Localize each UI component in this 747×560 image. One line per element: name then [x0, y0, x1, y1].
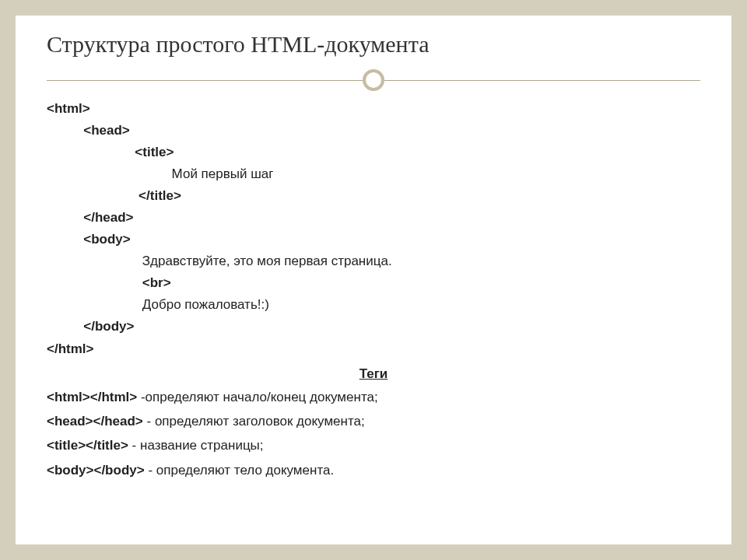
code-br-tag: <br> [142, 275, 171, 290]
tag-desc-html: <html></html> -определяют начало/конец д… [47, 385, 700, 409]
code-body-content2: Добро пожаловать!:) [142, 297, 269, 312]
code-title-open-tag: <title> [135, 145, 174, 159]
code-title-open: <title> [47, 142, 700, 163]
code-body-close: </body> [47, 316, 700, 338]
code-title-close-tag: </title> [139, 188, 181, 203]
code-head-open-tag: <head> [83, 123, 130, 138]
code-body-close-tag: </body> [83, 319, 134, 334]
slide-container: Структура простого HTML-документа <html>… [16, 16, 731, 544]
tag-body-tags: <body></body> [47, 463, 145, 478]
code-body-content1: Здравствуйте, это моя первая страница. [142, 254, 392, 268]
tag-desc-body: <body></body> - определяют тело документ… [47, 458, 700, 482]
slide-title: Структура простого HTML-документа [47, 31, 700, 58]
code-body-text1: Здравствуйте, это моя первая страница. [47, 250, 700, 272]
code-html-close: </html> [47, 338, 700, 360]
code-title-content: Мой первый шаг [172, 166, 274, 181]
tag-html-desc: -определяют начало/конец документа; [137, 390, 377, 404]
tags-heading: Теги [47, 363, 700, 385]
code-title-text: Мой первый шаг [47, 163, 700, 185]
code-html-open: <html> [47, 98, 700, 120]
divider [47, 68, 700, 92]
content-area: <html> <head> <title> Мой первый шаг </t… [47, 98, 700, 482]
tag-body-desc: - определяют тело документа. [145, 463, 335, 478]
code-body-open-tag: <body> [83, 232, 130, 247]
code-br: <br> [47, 272, 700, 294]
tag-desc-title: <title></title> - название страницы; [47, 433, 700, 457]
tag-head-desc: - определяют заголовок документа; [143, 414, 365, 429]
tag-title-desc: - название страницы; [128, 438, 264, 453]
code-body-text2: Добро пожаловать!:) [47, 294, 700, 316]
tag-title-tags: <title></title> [47, 438, 128, 453]
code-head-close: </head> [47, 207, 700, 229]
tag-html-tags: <html></html> [47, 390, 137, 404]
code-body-open: <body> [47, 229, 700, 250]
tag-desc-head: <head></head> - определяют заголовок док… [47, 409, 700, 433]
code-head-close-tag: </head> [83, 210, 133, 225]
tag-head-tags: <head></head> [47, 414, 143, 429]
code-title-close: </title> [47, 185, 700, 207]
code-head-open: <head> [47, 120, 700, 142]
divider-circle-icon [363, 69, 384, 91]
